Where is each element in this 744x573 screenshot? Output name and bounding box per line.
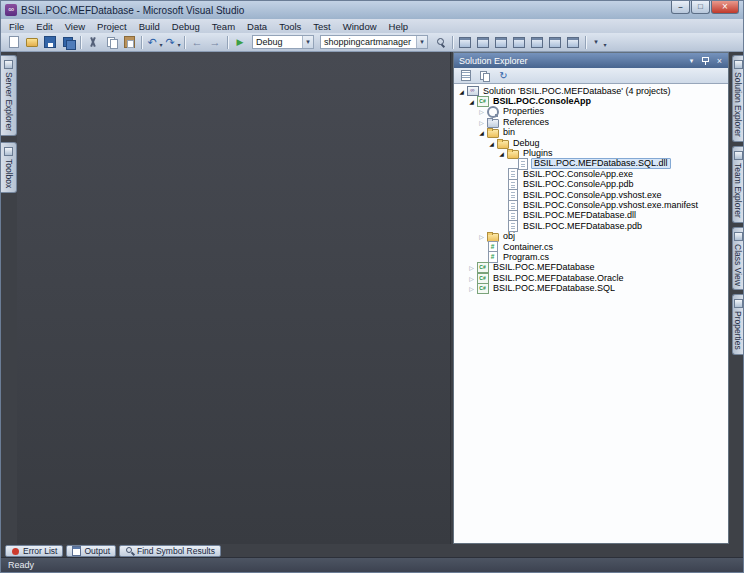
dock-tab-server-explorer[interactable]: Server Explorer — [1, 55, 17, 136]
properties-button[interactable] — [458, 69, 473, 82]
show-all-files-icon — [479, 70, 490, 81]
chevron-down-icon[interactable] — [302, 36, 313, 48]
expand-arrow-icon[interactable] — [467, 263, 476, 272]
navigate-forward-button[interactable] — [206, 34, 224, 50]
menu-view[interactable]: View — [59, 20, 91, 33]
tree-item[interactable]: References — [454, 117, 728, 127]
solution-explorer-header[interactable]: Solution Explorer — [454, 53, 728, 68]
team-explorer-button[interactable] — [474, 34, 492, 50]
file-icon — [516, 158, 529, 169]
bottom-tab-error-list[interactable]: Error List — [5, 545, 63, 557]
collapse-arrow-icon[interactable] — [467, 97, 476, 106]
menu-data[interactable]: Data — [241, 20, 273, 33]
toolbar: Debugshoppingcartmanager — [1, 33, 743, 52]
start-debug-button[interactable] — [231, 34, 249, 50]
tree-item-label: BSIL.POC.MEFDatabase.SQL.dll — [531, 158, 671, 169]
tree-item[interactable]: Debug — [454, 138, 728, 148]
tree-item[interactable]: BSIL.POC.ConsoleApp.exe — [454, 169, 728, 179]
undo-button[interactable] — [145, 34, 163, 50]
properties-window-button[interactable] — [492, 34, 510, 50]
bottom-tab-output[interactable]: Output — [66, 545, 116, 557]
collapse-arrow-icon[interactable] — [497, 149, 506, 158]
expand-arrow-icon[interactable] — [477, 232, 486, 241]
tree-item[interactable]: Solution 'BSIL.POC.MEFDatabase' (4 proje… — [454, 86, 728, 96]
tree-item[interactable]: Properties — [454, 107, 728, 117]
tree-item[interactable]: BSIL.POC.ConsoleApp.vshost.exe.manifest — [454, 200, 728, 210]
menu-edit[interactable]: Edit — [30, 20, 58, 33]
dock-tab-team-explorer[interactable]: Team Explorer — [732, 146, 743, 223]
menu-tools[interactable]: Tools — [273, 20, 307, 33]
collapse-arrow-icon[interactable] — [457, 87, 466, 96]
tree-item[interactable]: BSIL.POC.MEFDatabase — [454, 263, 728, 273]
tree-item[interactable]: BSIL.POC.MEFDatabase.SQL — [454, 283, 728, 293]
menu-team[interactable]: Team — [206, 20, 241, 33]
cut-button[interactable] — [84, 34, 102, 50]
dock-tab-solution-explorer[interactable]: Solution Explorer — [732, 55, 743, 142]
object-browser-button[interactable] — [510, 34, 528, 50]
menu-project[interactable]: Project — [91, 20, 133, 33]
paste-button[interactable] — [120, 34, 138, 50]
error-list-window-button[interactable] — [528, 34, 546, 50]
collapse-arrow-icon[interactable] — [487, 139, 496, 148]
auto-hide-icon[interactable] — [699, 55, 712, 66]
window-title: BSIL.POC.MEFDatabase - Microsoft Visual … — [21, 5, 666, 16]
chevron-down-icon[interactable] — [416, 36, 427, 48]
solution-configuration-combo[interactable]: Debug — [252, 35, 314, 49]
menu-build[interactable]: Build — [133, 20, 166, 33]
menu-file[interactable]: File — [3, 20, 30, 33]
tree-item[interactable]: BSIL.POC.ConsoleApp — [454, 96, 728, 106]
solution-tree: Solution 'BSIL.POC.MEFDatabase' (4 proje… — [454, 84, 728, 543]
new-item-button[interactable] — [5, 34, 23, 50]
output-window-button[interactable] — [546, 34, 564, 50]
expand-arrow-icon[interactable] — [477, 118, 486, 127]
tree-item[interactable]: Plugins — [454, 148, 728, 158]
tree-item-label: BSIL.POC.ConsoleApp.exe — [521, 170, 635, 179]
tree-item[interactable]: BSIL.POC.ConsoleApp.vshost.exe — [454, 190, 728, 200]
dock-tab-class-view[interactable]: Class View — [732, 227, 743, 291]
save-button[interactable] — [41, 34, 59, 50]
collapse-arrow-icon[interactable] — [477, 128, 486, 137]
minimize-button[interactable] — [671, 1, 690, 14]
show-all-files-button[interactable] — [477, 69, 492, 82]
maximize-button[interactable] — [691, 1, 710, 14]
dock-tab-properties[interactable]: Properties — [732, 294, 743, 355]
expand-arrow-icon[interactable] — [477, 107, 486, 116]
tree-item[interactable]: BSIL.POC.MEFDatabase.pdb — [454, 221, 728, 231]
dock-tab-toolbox[interactable]: Toolbox — [1, 142, 17, 193]
close-icon[interactable] — [713, 55, 726, 66]
project-icon — [476, 283, 489, 294]
menu-help[interactable]: Help — [383, 20, 415, 33]
close-button[interactable] — [711, 1, 739, 14]
window-position-icon[interactable] — [685, 55, 698, 66]
find-combo[interactable]: shoppingcartmanager — [320, 35, 428, 49]
expand-arrow-icon[interactable] — [467, 274, 476, 283]
tree-item[interactable]: Program.cs — [454, 252, 728, 262]
find-button[interactable] — [431, 34, 449, 50]
toolbar-options-button[interactable] — [589, 34, 607, 50]
navigate-back-button[interactable] — [188, 34, 206, 50]
tree-item[interactable]: bin — [454, 128, 728, 138]
window-controls — [670, 1, 739, 14]
bottom-tab-find-symbol-results[interactable]: Find Symbol Results — [119, 545, 221, 557]
navigate-forward-icon — [209, 36, 222, 49]
save-all-button[interactable] — [59, 34, 77, 50]
copy-button[interactable] — [102, 34, 120, 50]
tree-item-label: Container.cs — [501, 243, 555, 252]
open-file-button[interactable] — [23, 34, 41, 50]
menu-window[interactable]: Window — [337, 20, 383, 33]
start-page-button[interactable] — [564, 34, 582, 50]
bottom-tab-label: Find Symbol Results — [137, 546, 215, 556]
menu-debug[interactable]: Debug — [166, 20, 206, 33]
tree-item[interactable]: BSIL.POC.ConsoleApp.pdb — [454, 180, 728, 190]
expand-arrow-icon[interactable] — [467, 284, 476, 293]
refresh-button[interactable] — [496, 69, 511, 82]
tree-item[interactable]: BSIL.POC.MEFDatabase.dll — [454, 211, 728, 221]
navigate-back-icon — [191, 36, 204, 49]
solution-explorer-button[interactable] — [456, 34, 474, 50]
redo-button[interactable] — [163, 34, 181, 50]
copy-icon — [105, 36, 118, 49]
tree-item[interactable]: BSIL.POC.MEFDatabase.Oracle — [454, 273, 728, 283]
menu-test[interactable]: Test — [307, 20, 336, 33]
tree-item[interactable]: BSIL.POC.MEFDatabase.SQL.dll — [454, 159, 728, 169]
save-all-icon — [62, 36, 75, 49]
